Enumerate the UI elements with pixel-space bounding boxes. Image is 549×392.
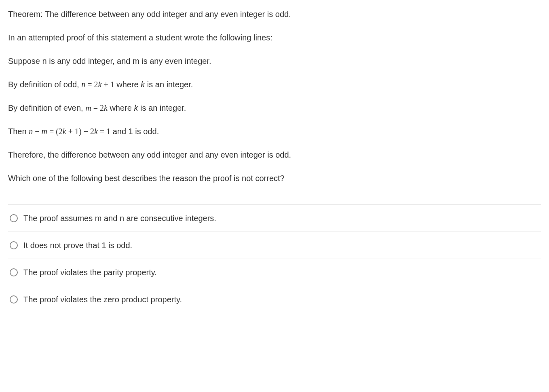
option-b[interactable]: It does not prove that 1 is odd. [8,232,541,259]
option-label: The proof violates the zero product prop… [23,293,538,306]
text: where [108,103,134,112]
radio-icon [10,268,18,276]
proof-line-even-def: By definition of even, m = 2k where k is… [8,102,541,114]
proof-line-suppose: Suppose n is any odd integer, and m is a… [8,55,541,67]
math-expression: n − m = (2k + 1) − 2k = 1 [29,127,110,136]
text: where [114,80,141,89]
proof-line-difference: Then n − m = (2k + 1) − 2k = 1 and 1 is … [8,125,541,137]
text: and 1 is odd. [110,127,159,136]
question-prompt: Which one of the following best describe… [8,172,541,184]
variable-k: k [134,103,138,112]
radio-icon [10,241,18,249]
text: is an integer. [138,103,186,112]
theorem-statement: Theorem: The difference between any odd … [8,8,541,20]
text: By definition of odd, [8,80,81,89]
proof-intro: In an attempted proof of this statement … [8,32,541,44]
radio-icon [10,214,18,222]
option-a[interactable]: The proof assumes m and n are consecutiv… [8,205,541,232]
text: is an integer. [145,80,193,89]
option-label: It does not prove that 1 is odd. [23,239,538,251]
math-expression: n = 2k + 1 [81,80,114,89]
variable-k: k [141,80,145,89]
proof-conclusion: Therefore, the difference between any od… [8,149,541,161]
answer-options: The proof assumes m and n are consecutiv… [8,204,541,313]
option-label: The proof violates the parity property. [23,266,538,278]
text: By definition of even, [8,103,85,112]
option-c[interactable]: The proof violates the parity property. [8,259,541,286]
proof-line-odd-def: By definition of odd, n = 2k + 1 where k… [8,78,541,91]
text: Then [8,127,29,136]
option-d[interactable]: The proof violates the zero product prop… [8,286,541,313]
radio-icon [10,295,18,303]
math-expression: m = 2k [85,103,108,112]
question-stem: Theorem: The difference between any odd … [8,8,541,184]
option-label: The proof assumes m and n are consecutiv… [23,212,538,224]
